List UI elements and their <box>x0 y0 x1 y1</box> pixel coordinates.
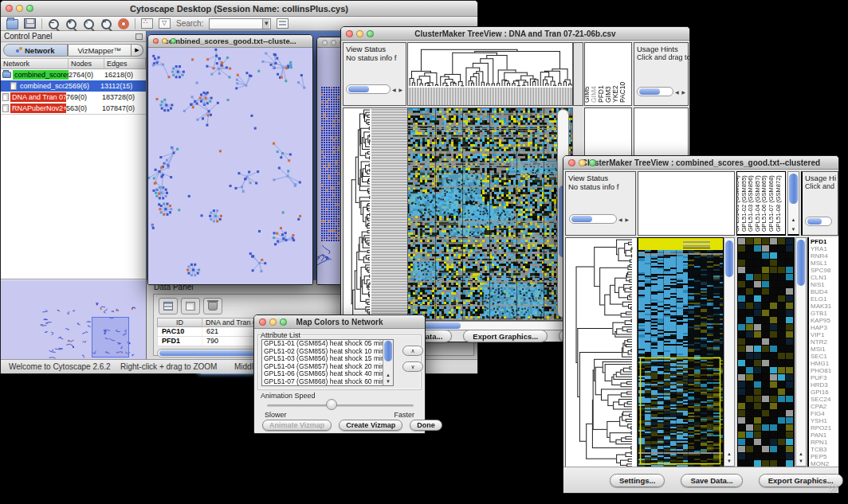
scroll-thumb[interactable] <box>348 86 369 92</box>
gene-label[interactable]: CLN1 <box>811 274 838 281</box>
network-canvas[interactable] <box>148 48 312 284</box>
scroll-down-icon[interactable] <box>724 459 734 464</box>
gene-label[interactable]: HRD3 <box>811 381 838 389</box>
column-dendrogram-panel[interactable] <box>638 171 735 236</box>
zoom-window-icon[interactable] <box>589 159 596 166</box>
gene-label[interactable]: RPN1 <box>811 439 838 446</box>
zoom-window-icon[interactable] <box>26 5 33 12</box>
move-up-button[interactable]: ∧ <box>402 346 423 356</box>
scroll-up-icon[interactable] <box>724 451 734 457</box>
save-icon[interactable] <box>24 18 36 29</box>
column-label[interactable]: GPL51-04 (GSM857) <box>755 175 760 232</box>
minimize-icon[interactable] <box>162 38 167 44</box>
column-label[interactable]: GPL51-03 (GSM856) <box>748 175 753 232</box>
filter-builder-icon[interactable] <box>159 18 171 29</box>
scroll-strip[interactable] <box>573 42 583 106</box>
gene-label[interactable]: HAP3 <box>811 324 838 331</box>
column-label[interactable]: PFD1 <box>598 85 604 103</box>
gene-label[interactable]: RPO21 <box>811 424 838 432</box>
heatmap-canvas[interactable] <box>638 237 724 468</box>
gene-label[interactable]: NIS1 <box>811 281 838 288</box>
resize-grip[interactable] <box>829 483 838 492</box>
zoom-window-icon[interactable] <box>367 30 374 37</box>
network-list-row[interactable]: combined_scores2764(0)16218(0) <box>1 69 146 80</box>
gene-label[interactable]: SEC1 <box>811 353 838 360</box>
column-label[interactable]: GIM3 <box>605 86 611 103</box>
gene-label[interactable]: CPA2 <box>811 403 838 410</box>
open-icon[interactable] <box>6 19 18 29</box>
scroll-thumb[interactable] <box>789 174 798 204</box>
minimize-icon[interactable] <box>356 30 363 37</box>
zoom-in-icon[interactable] <box>65 19 77 29</box>
column-label[interactable]: PAC10 <box>619 82 626 103</box>
scroll-down-icon[interactable] <box>788 227 799 232</box>
gene-label[interactable]: SEC24 <box>811 396 838 403</box>
column-label[interactable]: GIM5 <box>584 86 590 103</box>
float-panel-icon[interactable] <box>135 33 143 40</box>
network-list-row[interactable]: DNA and Tran 07769(0)183728(0) <box>1 92 146 103</box>
minimize-icon[interactable] <box>16 5 23 12</box>
column-label[interactable]: GPL51-02 (GSM855) <box>741 175 747 232</box>
gene-label[interactable]: MAK31 <box>811 303 838 310</box>
heatmap-vscrollbar[interactable] <box>724 237 735 467</box>
tab-network[interactable]: Network <box>3 44 68 57</box>
scroll-down-icon[interactable] <box>383 379 393 385</box>
gene-label[interactable]: MSL1 <box>811 260 838 267</box>
close-icon[interactable] <box>259 318 266 326</box>
network-overview-panel[interactable] <box>1 280 146 361</box>
minimize-icon[interactable] <box>269 318 277 326</box>
gene-label[interactable]: YSH1 <box>811 417 838 424</box>
dialog-titlebar[interactable]: Map Colors to Network <box>254 315 425 329</box>
network-manager-icon[interactable] <box>141 18 153 29</box>
column-dendrogram-canvas[interactable] <box>407 42 573 106</box>
scroll-up-icon[interactable] <box>788 217 799 223</box>
close-icon[interactable] <box>346 30 353 37</box>
scroll-up-icon[interactable] <box>383 373 393 378</box>
network1-titlebar[interactable]: combined_scores_good.txt--cluste... <box>148 35 312 48</box>
hscrollbar[interactable] <box>637 87 673 96</box>
gene-label[interactable]: MON2 <box>811 460 838 467</box>
row-dendrogram-canvas[interactable] <box>343 107 408 321</box>
gene-labels-panel[interactable]: PFD1YRA1RNR4MSL1SPC98CLN1NIS1BUD4ELG1MAK… <box>807 237 838 467</box>
settings-button[interactable]: Settings... <box>610 474 665 487</box>
scroll-arrows-icon[interactable] <box>675 89 686 95</box>
column-label[interactable]: GPL51-08 (GSM872) <box>775 175 781 232</box>
scroll-down-icon[interactable] <box>796 459 806 464</box>
close-icon[interactable] <box>568 159 575 166</box>
hscrollbar[interactable] <box>805 217 832 226</box>
network-list-row[interactable]: combined_sco2569(6)13112(15) <box>1 80 146 92</box>
close-icon[interactable] <box>6 5 13 12</box>
tab-vizmapper[interactable]: VizMapper™ <box>68 44 132 57</box>
speed-slider-track[interactable] <box>267 404 414 407</box>
close-icon[interactable] <box>153 38 159 44</box>
attribute-browser-icon[interactable] <box>277 18 289 29</box>
zoom-window-icon[interactable] <box>280 318 287 326</box>
minimize-icon[interactable] <box>579 159 586 166</box>
scroll-thumb[interactable] <box>639 88 660 95</box>
treeview2-titlebar[interactable]: ClusterMaker TreeView : combined_scores_… <box>563 156 838 170</box>
gene-label[interactable]: MSI1 <box>811 346 838 353</box>
new-attribute-button[interactable] <box>181 298 200 315</box>
overview-viewport-rect[interactable] <box>92 317 129 357</box>
speed-slider-thumb[interactable] <box>326 399 337 410</box>
attribute-list[interactable]: GPL51-01 (GSM854) heat shock 05 minGPL51… <box>261 339 394 386</box>
row-dendrogram-canvas[interactable] <box>565 237 638 468</box>
gene-label[interactable]: PUF3 <box>811 374 838 381</box>
export-graphics-button[interactable]: Export Graphics... <box>463 330 548 342</box>
scroll-arrows-icon[interactable] <box>618 217 630 222</box>
attribute-item[interactable]: GPL51-07 (GSM868) heat shock 60 min <box>262 378 393 386</box>
zoom-selected-icon[interactable] <box>83 19 95 29</box>
gene-label[interactable]: PHO81 <box>811 367 838 374</box>
gene-label[interactable]: VIP1 <box>811 331 838 338</box>
treeview1-titlebar[interactable]: ClusterMaker TreeView : DNA and Tran 07-… <box>341 27 689 41</box>
gene-label[interactable]: PEP5 <box>811 453 838 460</box>
main-titlebar[interactable]: Cytoscape Desktop (Session Name: collins… <box>1 1 477 17</box>
column-label[interactable]: GIM4 <box>591 86 597 103</box>
gene-label[interactable]: TCB3 <box>811 446 838 453</box>
delete-attribute-button[interactable] <box>203 298 222 315</box>
search-input[interactable] <box>209 18 271 29</box>
detail-vscrollbar[interactable] <box>795 237 807 467</box>
gene-label[interactable]: FIG4 <box>811 410 838 417</box>
save-data-button[interactable]: Save Data... <box>681 474 742 487</box>
detail-heatmap-canvas[interactable] <box>737 237 795 468</box>
